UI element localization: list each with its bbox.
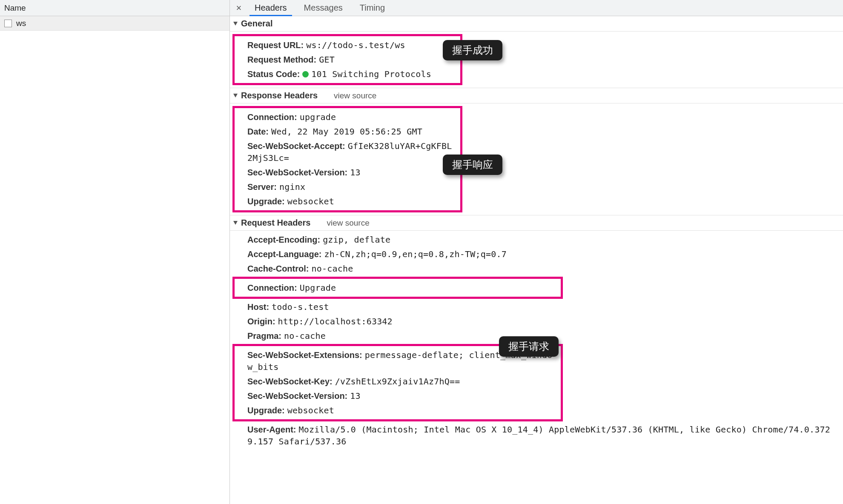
tab-timing[interactable]: Timing: [351, 0, 393, 16]
header-value: http://localhost:63342: [278, 316, 393, 326]
section-request-title: Request Headers: [241, 218, 310, 228]
list-column-header: Name: [0, 0, 229, 16]
header-row: User-Agent:Mozilla/5.0 (Macintosh; Intel…: [230, 422, 843, 449]
header-key: Sec-WebSocket-Extensions:: [247, 350, 362, 360]
header-key: Upgrade:: [247, 197, 285, 206]
header-row: Sec-WebSocket-Version:13: [235, 165, 460, 180]
header-value: websocket: [287, 405, 334, 415]
header-row: Request Method:GET: [235, 52, 460, 67]
header-value: Mozilla/5.0 (Macintosh; Intel Mac OS X 1…: [247, 424, 830, 447]
header-value: GET: [319, 54, 335, 65]
header-value: upgrade: [300, 112, 336, 122]
header-row: Connection:Upgrade: [235, 281, 561, 295]
section-request-body: Accept-Encoding:gzip, deflateAccept-Lang…: [230, 231, 843, 450]
header-value: ws://todo-s.test/ws: [306, 40, 405, 50]
header-key: Connection:: [247, 112, 297, 122]
header-row: Sec-WebSocket-Accept:GfIeK328luYAR+CgKFB…: [235, 139, 460, 165]
annotation-handshake-response: 握手响应: [443, 155, 502, 175]
header-value: 13: [350, 167, 360, 178]
chevron-down-icon: [233, 94, 238, 97]
headers-content: General Request URL:ws://todo-s.test/wsR…: [230, 16, 843, 504]
header-key: Sec-WebSocket-Version:: [247, 391, 347, 401]
header-row: Date:Wed, 22 May 2019 05:56:25 GMT: [235, 124, 460, 139]
header-row: Cache-Control:no-cache: [230, 261, 843, 276]
section-general-title: General: [241, 19, 272, 29]
header-row: Request URL:ws://todo-s.test/ws: [235, 38, 460, 52]
header-row: Status Code:101 Switching Protocols: [235, 67, 460, 81]
header-key: Connection:: [247, 283, 297, 292]
header-value: 13: [350, 391, 360, 401]
header-value: Upgrade: [300, 283, 336, 293]
header-value: websocket: [287, 196, 334, 206]
highlight-response: Connection:upgradeDate:Wed, 22 May 2019 …: [232, 106, 462, 212]
header-value: nginx: [279, 182, 305, 192]
header-key: Accept-Encoding:: [247, 235, 320, 244]
header-value: gzip, deflate: [323, 235, 390, 245]
header-value: /vZshEtLx9Zxjaiv1Az7hQ==: [335, 376, 460, 387]
header-key: Host:: [247, 302, 269, 312]
header-key: Sec-WebSocket-Version:: [247, 168, 347, 177]
section-response-title: Response Headers: [241, 91, 318, 100]
header-row: Accept-Language:zh-CN,zh;q=0.9,en;q=0.8,…: [230, 247, 843, 261]
network-request-list: Name ws: [0, 0, 230, 504]
header-value: no-cache: [284, 331, 326, 341]
section-general-body: Request URL:ws://todo-s.test/wsRequest M…: [230, 32, 843, 88]
section-response-header[interactable]: Response Headers view source: [230, 88, 843, 103]
tab-headers[interactable]: Headers: [246, 0, 295, 16]
close-icon[interactable]: ×: [232, 0, 246, 16]
header-key: Sec-WebSocket-Accept:: [247, 141, 345, 151]
chevron-down-icon: [233, 221, 238, 225]
header-key: Pragma:: [247, 331, 281, 341]
header-key: Date:: [247, 127, 269, 136]
header-value: todo-s.test: [272, 302, 329, 312]
details-tabs: × Headers Messages Timing: [230, 0, 843, 16]
details-pane: × Headers Messages Timing General Reques…: [230, 0, 843, 504]
header-row: Sec-WebSocket-Version:13: [235, 389, 561, 403]
header-row: Host:todo-s.test: [230, 300, 843, 314]
header-value: no-cache: [311, 263, 353, 274]
header-key: Upgrade:: [247, 406, 285, 415]
header-key: Status Code:: [247, 69, 300, 79]
chevron-down-icon: [233, 22, 238, 26]
header-row: Upgrade:websocket: [235, 403, 561, 418]
view-source-link[interactable]: view source: [334, 91, 376, 100]
header-key: Cache-Control:: [247, 264, 309, 273]
annotation-handshake-success: 握手成功: [443, 40, 502, 60]
section-request-header[interactable]: Request Headers view source: [230, 215, 843, 231]
header-value: Wed, 22 May 2019 05:56:25 GMT: [271, 126, 422, 137]
header-key: Sec-WebSocket-Key:: [247, 377, 333, 386]
header-key: Request URL:: [247, 40, 304, 50]
header-key: Origin:: [247, 317, 275, 326]
header-key: Accept-Language:: [247, 249, 321, 259]
request-name: ws: [16, 19, 26, 28]
header-value: 101 Switching Protocols: [311, 69, 431, 79]
header-key: User-Agent:: [247, 425, 296, 434]
tab-messages[interactable]: Messages: [295, 0, 351, 16]
view-source-link[interactable]: view source: [327, 218, 369, 228]
status-dot-icon: [302, 71, 309, 77]
header-row: Connection:upgrade: [235, 110, 460, 124]
section-general-header[interactable]: General: [230, 16, 843, 32]
header-row: Accept-Encoding:gzip, deflate: [230, 232, 843, 247]
header-row: Upgrade:websocket: [235, 194, 460, 209]
header-key: Request Method:: [247, 55, 316, 64]
highlight-general: Request URL:ws://todo-s.test/wsRequest M…: [232, 34, 462, 85]
file-icon: [4, 20, 12, 27]
section-response-body: Connection:upgradeDate:Wed, 22 May 2019 …: [230, 103, 843, 215]
header-value: zh-CN,zh;q=0.9,en;q=0.8,zh-TW;q=0.7: [324, 249, 506, 259]
request-row-ws[interactable]: ws: [0, 16, 229, 31]
header-row: Server:nginx: [235, 180, 460, 194]
header-row: Origin:http://localhost:63342: [230, 314, 843, 329]
annotation-handshake-request: 握手请求: [499, 336, 559, 357]
header-row: Sec-WebSocket-Key:/vZshEtLx9Zxjaiv1Az7hQ…: [235, 374, 561, 389]
highlight-request-connection: Connection:Upgrade: [232, 277, 563, 299]
header-key: Server:: [247, 182, 277, 192]
